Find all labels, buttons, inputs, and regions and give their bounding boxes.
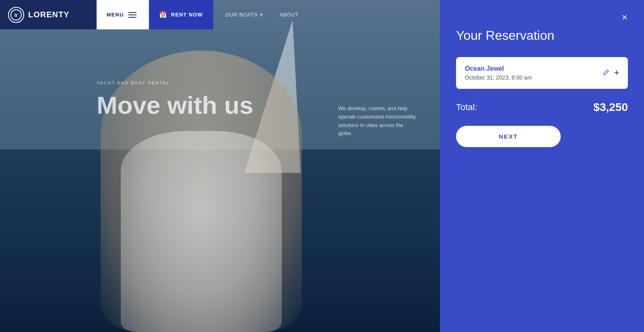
menu-button[interactable]: MENU: [97, 0, 149, 29]
nav-about[interactable]: ABOUT: [280, 12, 299, 18]
hero-content: YACHT AND BOAT RENTAL Move with us: [97, 80, 253, 119]
hero-desc-text: We develop, market, and help operate cus…: [338, 105, 419, 138]
hero-background: lr LORENTY MENU 📅 RENT NOW OUR BOATS ▼ A: [0, 0, 440, 332]
hero-subtitle: YACHT AND BOAT RENTAL: [97, 80, 253, 85]
reservation-date: October 31, 2023, 8:00 am: [465, 74, 603, 81]
navbar: lr LORENTY MENU 📅 RENT NOW OUR BOATS ▼ A: [0, 0, 440, 29]
total-row: Total: $3,250: [456, 101, 628, 114]
next-button[interactable]: NEXT: [456, 126, 561, 147]
rent-now-label: RENT NOW: [171, 12, 203, 18]
menu-label: MENU: [107, 12, 124, 18]
svg-text:lr: lr: [14, 12, 18, 18]
nav-our-boats[interactable]: OUR BOATS ▼: [225, 12, 264, 18]
logo-icon: lr: [8, 7, 24, 23]
close-button[interactable]: ×: [617, 10, 632, 25]
boat-name: Ocean Jewel: [465, 65, 603, 72]
reservation-panel: × Your Reservation Ocean Jewel October 3…: [440, 0, 644, 332]
panel-title: Your Reservation: [456, 28, 628, 43]
total-label: Total:: [456, 102, 477, 113]
total-amount: $3,250: [593, 101, 628, 114]
nav-links: OUR BOATS ▼ ABOUT: [213, 0, 440, 29]
hero-title: Move with us: [97, 92, 253, 119]
reservation-card-info: Ocean Jewel October 31, 2023, 8:00 am: [465, 65, 603, 81]
reservation-card: Ocean Jewel October 31, 2023, 8:00 am +: [456, 57, 628, 89]
edit-icon[interactable]: [603, 69, 609, 77]
rent-now-button[interactable]: 📅 RENT NOW: [149, 0, 213, 29]
card-actions: +: [603, 68, 619, 78]
logo-text: LORENTY: [28, 10, 70, 19]
add-icon[interactable]: +: [614, 68, 619, 78]
hero-description: We develop, market, and help operate cus…: [338, 105, 419, 138]
person-figure: [40, 31, 362, 332]
dropdown-arrow-icon: ▼: [259, 12, 263, 17]
calendar-icon: 📅: [159, 11, 167, 18]
logo-area: lr LORENTY: [0, 0, 97, 29]
hamburger-icon: [128, 12, 136, 18]
